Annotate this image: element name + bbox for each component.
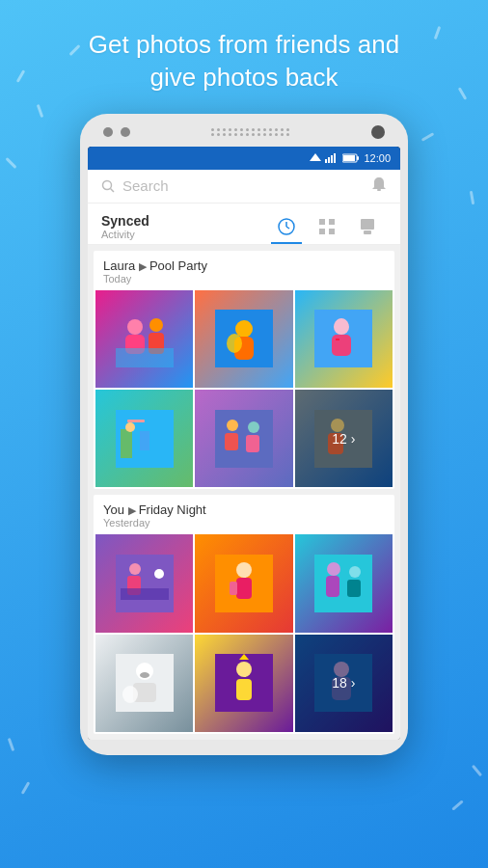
svg-point-65: [122, 686, 138, 703]
svg-rect-1: [325, 159, 327, 163]
photo-group-1: Laura ▶ Pool Party Today: [94, 251, 394, 490]
app-content: Search Synced Activity: [88, 170, 400, 740]
svg-rect-56: [314, 555, 372, 612]
photo-groups: Laura ▶ Pool Party Today: [88, 245, 400, 740]
search-icon: [101, 179, 115, 193]
photo-cell-3[interactable]: [295, 290, 393, 388]
svg-point-22: [149, 318, 163, 332]
group-header-1: Laura ▶ Pool Party Today: [94, 251, 394, 288]
search-bar[interactable]: Search: [88, 170, 400, 203]
svg-rect-6: [357, 156, 359, 160]
svg-rect-15: [329, 219, 335, 225]
phone-top-bar: [88, 125, 400, 147]
photo-cell-1[interactable]: [95, 290, 193, 388]
wifi-icon: [310, 153, 321, 163]
tab-clock[interactable]: [267, 209, 306, 244]
photo-thumb-9: [295, 534, 393, 632]
photo-cell-2[interactable]: [195, 290, 292, 388]
svg-point-37: [125, 422, 135, 432]
camera-dot-2: [121, 127, 130, 137]
svg-rect-16: [319, 229, 325, 234]
svg-marker-0: [310, 153, 321, 161]
svg-rect-17: [329, 229, 335, 234]
svg-rect-47: [116, 555, 174, 612]
photo-cell-9[interactable]: [295, 534, 393, 632]
svg-rect-10: [377, 189, 381, 191]
search-left: Search: [101, 177, 169, 194]
svg-point-28: [227, 334, 242, 353]
photo-grid-2: 18 ›: [94, 532, 394, 734]
group-arrow-1: ▶: [139, 260, 149, 272]
search-input[interactable]: Search: [122, 177, 169, 194]
photo-cell-6[interactable]: 12 ›: [295, 390, 393, 487]
more-count-1: 12 ›: [332, 431, 355, 447]
photo-thumb-4: [95, 390, 193, 487]
camera-dot-1: [103, 127, 113, 137]
group-owner-2: You: [103, 502, 124, 517]
synced-label: Synced: [101, 213, 149, 229]
group-title-1: Laura ▶ Pool Party: [103, 258, 385, 273]
tab-profile[interactable]: [348, 209, 387, 244]
svg-rect-19: [364, 231, 371, 234]
svg-rect-35: [121, 429, 132, 458]
group-name-2: Friday Night: [139, 502, 206, 517]
svg-point-32: [335, 318, 348, 332]
photo-cell-7[interactable]: [95, 534, 193, 632]
more-count-2: 18 ›: [332, 675, 355, 691]
photo-thumb-2: [195, 290, 292, 388]
synced-section: Synced Activity: [101, 213, 149, 240]
photo-cell-5[interactable]: [195, 390, 292, 487]
svg-rect-18: [361, 219, 374, 230]
profile-icon: [358, 217, 377, 236]
group-title-2: You ▶ Friday Night: [103, 502, 385, 517]
photo-thumb-10: [95, 635, 193, 732]
more-overlay-1[interactable]: 12 ›: [295, 390, 393, 487]
photo-cell-12[interactable]: 18 ›: [295, 635, 393, 732]
photo-cell-11[interactable]: [195, 635, 292, 732]
hero-text: Get photos from friends and give photos …: [50, 0, 438, 114]
photo-cell-10[interactable]: [95, 635, 193, 732]
photo-cell-8[interactable]: [195, 534, 292, 632]
svg-line-13: [286, 227, 289, 229]
signal-icon: [325, 153, 339, 163]
group-date-2: Yesterday: [103, 517, 385, 529]
svg-point-67: [236, 662, 252, 677]
status-time: 12:00: [364, 152, 391, 164]
status-bar: 12:00: [88, 147, 400, 170]
svg-rect-43: [246, 435, 259, 452]
front-camera: [371, 125, 385, 139]
photo-thumb-1: [95, 290, 193, 388]
photo-thumb-7: [95, 534, 193, 632]
svg-rect-38: [140, 431, 149, 450]
svg-rect-33: [336, 339, 339, 340]
tab-grid[interactable]: [308, 209, 346, 244]
svg-rect-68: [236, 679, 252, 700]
photo-thumb-3: [295, 290, 393, 388]
phone-camera-right: [371, 125, 385, 139]
group-header-2: You ▶ Friday Night Yesterday: [94, 495, 394, 532]
svg-rect-55: [230, 582, 237, 595]
svg-rect-24: [116, 348, 174, 367]
svg-point-40: [227, 420, 238, 431]
svg-point-50: [154, 569, 164, 579]
clock-icon: [277, 217, 296, 236]
tabs-bar: Synced Activity: [88, 203, 400, 245]
svg-rect-58: [326, 576, 339, 597]
photo-thumb-5: [195, 390, 292, 487]
activity-label: Activity: [101, 229, 149, 240]
battery-icon: [342, 153, 360, 163]
photo-cell-4[interactable]: [95, 390, 193, 487]
svg-rect-60: [347, 580, 361, 597]
svg-rect-31: [332, 335, 351, 356]
svg-rect-7: [343, 155, 355, 161]
speaker-grille: [211, 128, 290, 136]
phone-screen: 12:00 Search: [88, 147, 400, 740]
group-owner-1: Laura: [103, 258, 135, 273]
group-arrow-2: ▶: [128, 504, 139, 516]
svg-rect-4: [334, 153, 336, 163]
bell-icon[interactable]: [371, 177, 387, 195]
photo-group-2: You ▶ Friday Night Yesterday: [94, 495, 394, 734]
svg-rect-41: [225, 433, 238, 450]
svg-line-9: [111, 188, 115, 192]
more-overlay-2[interactable]: 18 ›: [295, 635, 393, 732]
